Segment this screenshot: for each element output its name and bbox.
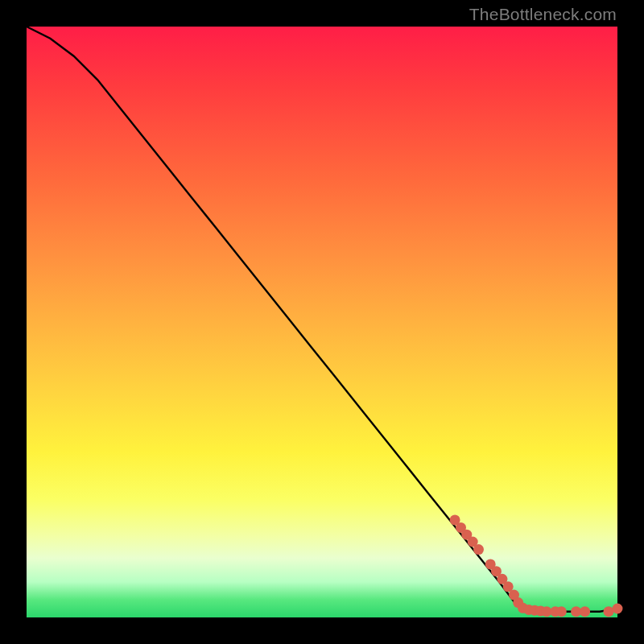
chart-svg — [27, 27, 617, 617]
chart-frame: TheBottleneck.com — [0, 0, 644, 644]
data-point — [473, 544, 484, 555]
curve-line — [27, 27, 617, 612]
plot-area — [27, 27, 617, 617]
attribution-text: TheBottleneck.com — [469, 5, 617, 24]
curve-markers — [450, 514, 623, 617]
data-point — [604, 606, 614, 617]
data-point — [556, 606, 567, 617]
data-point — [613, 604, 623, 614]
data-point — [580, 606, 590, 617]
